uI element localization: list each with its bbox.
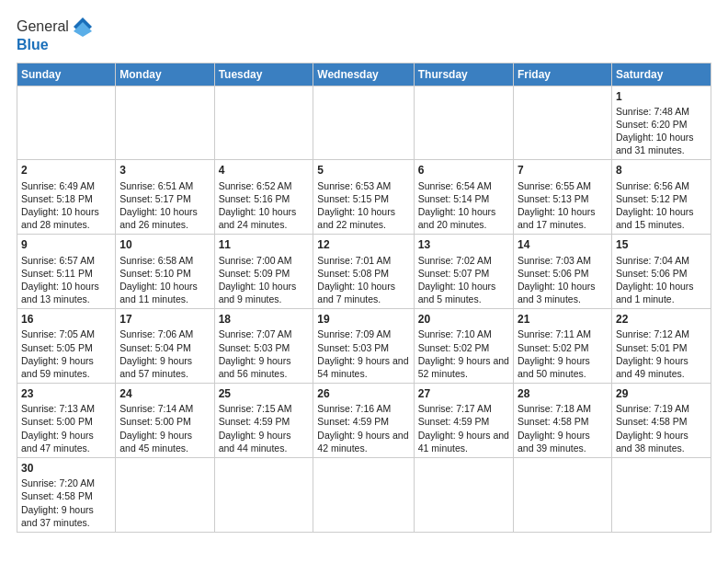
day-number: 2 [21,163,111,178]
day-of-week-header: Saturday [611,63,711,86]
day-number: 10 [119,237,210,252]
day-number: 24 [119,386,210,401]
calendar-cell [214,457,313,532]
calendar-cell: 16Sunrise: 7:05 AM Sunset: 5:05 PM Dayli… [17,309,116,384]
calendar-cell: 28Sunrise: 7:18 AM Sunset: 4:58 PM Dayli… [513,384,611,458]
calendar-cell: 21Sunrise: 7:11 AM Sunset: 5:02 PM Dayli… [513,309,611,384]
day-number: 5 [317,163,409,178]
day-of-week-header: Friday [513,63,611,86]
day-info: Sunrise: 7:12 AM Sunset: 5:01 PM Dayligh… [616,328,689,379]
calendar-cell: 9Sunrise: 6:57 AM Sunset: 5:11 PM Daylig… [17,235,116,309]
day-info: Sunrise: 7:07 AM Sunset: 5:03 PM Dayligh… [219,328,292,379]
calendar-cell: 8Sunrise: 6:56 AM Sunset: 5:12 PM Daylig… [611,160,711,235]
day-info: Sunrise: 6:53 AM Sunset: 5:15 PM Dayligh… [317,180,395,231]
logo: GeneralBlue [17,17,93,53]
day-info: Sunrise: 7:18 AM Sunset: 4:58 PM Dayligh… [518,403,591,454]
page: GeneralBlue SundayMondayTuesdayWednesday… [0,0,728,563]
day-info: Sunrise: 7:19 AM Sunset: 4:58 PM Dayligh… [616,403,689,454]
calendar-cell: 13Sunrise: 7:02 AM Sunset: 5:07 PM Dayli… [414,235,513,309]
day-number: 8 [616,163,707,178]
day-info: Sunrise: 7:03 AM Sunset: 5:06 PM Dayligh… [518,255,596,305]
day-number: 16 [21,312,111,327]
logo-wordmark: GeneralBlue [17,17,93,53]
calendar-cell: 11Sunrise: 7:00 AM Sunset: 5:09 PM Dayli… [214,235,313,309]
calendar-cell [414,457,513,532]
calendar-cell: 7Sunrise: 6:55 AM Sunset: 5:13 PM Daylig… [513,160,611,235]
day-number: 4 [219,163,310,178]
day-number: 20 [418,312,509,327]
calendar-week-row: 30Sunrise: 7:20 AM Sunset: 4:58 PM Dayli… [17,457,711,532]
calendar-week-row: 2Sunrise: 6:49 AM Sunset: 5:18 PM Daylig… [17,160,711,235]
calendar-cell: 17Sunrise: 7:06 AM Sunset: 5:04 PM Dayli… [116,309,214,384]
calendar-cell: 5Sunrise: 6:53 AM Sunset: 5:15 PM Daylig… [313,160,414,235]
day-number: 3 [119,163,210,178]
day-number: 11 [219,237,310,252]
calendar-cell [313,86,414,160]
day-number: 25 [219,386,310,401]
day-number: 30 [21,461,111,476]
day-number: 22 [616,312,707,327]
calendar-header-row: SundayMondayTuesdayWednesdayThursdayFrid… [17,63,711,86]
day-info: Sunrise: 6:57 AM Sunset: 5:11 PM Dayligh… [21,255,99,305]
day-of-week-header: Monday [116,63,214,86]
day-info: Sunrise: 7:01 AM Sunset: 5:08 PM Dayligh… [317,255,395,305]
calendar-cell [214,86,313,160]
calendar-cell: 12Sunrise: 7:01 AM Sunset: 5:08 PM Dayli… [313,235,414,309]
calendar-cell: 27Sunrise: 7:17 AM Sunset: 4:59 PM Dayli… [414,384,513,458]
calendar-cell [513,86,611,160]
calendar-table: SundayMondayTuesdayWednesdayThursdayFrid… [17,63,711,533]
day-info: Sunrise: 7:14 AM Sunset: 5:00 PM Dayligh… [119,403,193,454]
day-number: 7 [518,163,608,178]
calendar-cell: 4Sunrise: 6:52 AM Sunset: 5:16 PM Daylig… [214,160,313,235]
day-info: Sunrise: 7:10 AM Sunset: 5:02 PM Dayligh… [418,328,509,379]
calendar-cell [116,86,214,160]
day-number: 26 [317,386,409,401]
day-info: Sunrise: 7:06 AM Sunset: 5:04 PM Dayligh… [119,328,193,379]
day-of-week-header: Wednesday [313,63,414,86]
day-number: 18 [219,312,310,327]
day-info: Sunrise: 6:49 AM Sunset: 5:18 PM Dayligh… [21,180,99,231]
day-number: 12 [317,237,409,252]
calendar-cell: 18Sunrise: 7:07 AM Sunset: 5:03 PM Dayli… [214,309,313,384]
day-of-week-header: Tuesday [214,63,313,86]
calendar-week-row: 1Sunrise: 7:48 AM Sunset: 6:20 PM Daylig… [17,86,711,160]
day-number: 19 [317,312,409,327]
day-info: Sunrise: 7:05 AM Sunset: 5:05 PM Dayligh… [21,328,95,379]
calendar-cell: 19Sunrise: 7:09 AM Sunset: 5:03 PM Dayli… [313,309,414,384]
day-number: 28 [518,386,608,401]
day-info: Sunrise: 6:51 AM Sunset: 5:17 PM Dayligh… [119,180,198,231]
day-number: 15 [616,237,707,252]
day-number: 23 [21,386,111,401]
day-number: 6 [418,163,509,178]
calendar-cell [313,457,414,532]
day-number: 21 [518,312,608,327]
calendar-cell: 10Sunrise: 6:58 AM Sunset: 5:10 PM Dayli… [116,235,214,309]
day-info: Sunrise: 6:52 AM Sunset: 5:16 PM Dayligh… [219,180,297,231]
day-info: Sunrise: 6:54 AM Sunset: 5:14 PM Dayligh… [418,180,496,231]
day-number: 1 [616,89,707,104]
calendar-cell: 22Sunrise: 7:12 AM Sunset: 5:01 PM Dayli… [611,309,711,384]
calendar-cell: 14Sunrise: 7:03 AM Sunset: 5:06 PM Dayli… [513,235,611,309]
day-number: 17 [119,312,210,327]
day-info: Sunrise: 7:11 AM Sunset: 5:02 PM Dayligh… [518,328,591,379]
header: GeneralBlue [17,17,711,53]
day-info: Sunrise: 7:02 AM Sunset: 5:07 PM Dayligh… [418,255,496,305]
calendar-week-row: 9Sunrise: 6:57 AM Sunset: 5:11 PM Daylig… [17,235,711,309]
day-number: 27 [418,386,509,401]
calendar-cell: 23Sunrise: 7:13 AM Sunset: 5:00 PM Dayli… [17,384,116,458]
logo-triangle-icon [73,17,93,37]
calendar-cell: 3Sunrise: 6:51 AM Sunset: 5:17 PM Daylig… [116,160,214,235]
day-info: Sunrise: 7:16 AM Sunset: 4:59 PM Dayligh… [317,403,408,454]
day-of-week-header: Thursday [414,63,513,86]
calendar-cell: 24Sunrise: 7:14 AM Sunset: 5:00 PM Dayli… [116,384,214,458]
calendar-cell [513,457,611,532]
logo-general-text: General [17,18,69,35]
day-number: 14 [518,237,608,252]
day-info: Sunrise: 6:58 AM Sunset: 5:10 PM Dayligh… [119,255,198,305]
calendar-cell: 20Sunrise: 7:10 AM Sunset: 5:02 PM Dayli… [414,309,513,384]
day-of-week-header: Sunday [17,63,116,86]
calendar-cell [611,457,711,532]
day-info: Sunrise: 7:13 AM Sunset: 5:00 PM Dayligh… [21,403,95,454]
day-info: Sunrise: 7:04 AM Sunset: 5:06 PM Dayligh… [616,255,694,305]
calendar-week-row: 23Sunrise: 7:13 AM Sunset: 5:00 PM Dayli… [17,384,711,458]
